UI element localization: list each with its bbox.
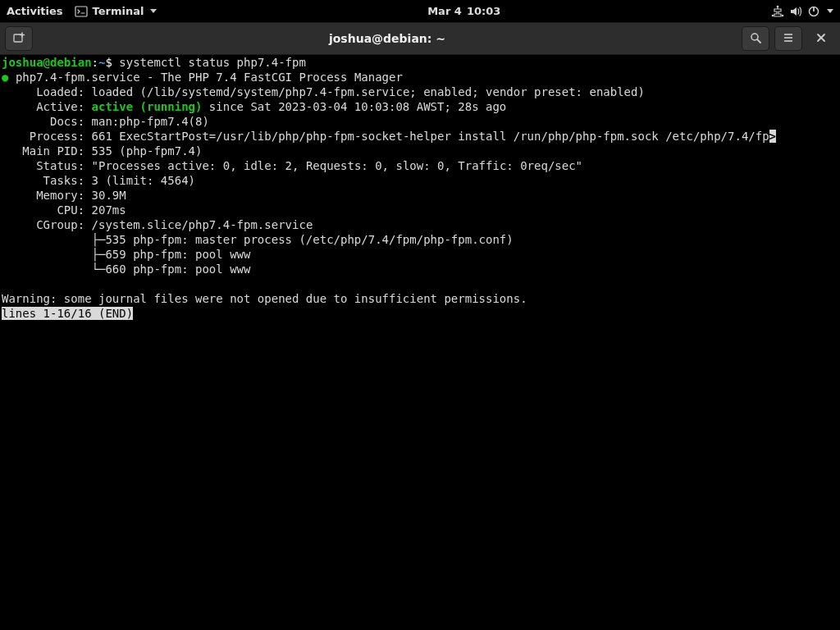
active-key: Active: [2, 100, 92, 113]
system-menu[interactable] [771, 5, 833, 18]
loaded-key: Loaded: [2, 85, 84, 98]
clock-time: 10:03 [467, 5, 500, 17]
hamburger-icon [782, 31, 795, 47]
cpu-key: CPU: [2, 203, 84, 217]
svg-point-1 [772, 14, 774, 16]
activities-button[interactable]: Activities [7, 5, 63, 17]
cgroup-value: /system.slice/php7.4-fpm.service [84, 218, 313, 231]
svg-point-3 [777, 5, 779, 7]
cgroup-tree-line: └─660 php-fpm: pool www [2, 262, 250, 276]
new-tab-button[interactable] [5, 26, 33, 51]
active-since: since Sat 2023-03-04 10:03:08 AWST; 28s … [202, 100, 506, 113]
command-text: systemctl status php7.4-fpm [119, 56, 306, 69]
app-menu[interactable]: Terminal [75, 5, 158, 18]
hamburger-menu-button[interactable] [774, 26, 802, 51]
svg-point-2 [782, 14, 784, 16]
status-dot-icon: ● [2, 71, 8, 84]
chevron-down-icon [150, 9, 157, 13]
process-key: Process: [2, 130, 84, 143]
prompt-sep: : [92, 56, 98, 69]
journal-warning: Warning: some journal files were not ope… [2, 292, 527, 305]
svg-rect-0 [75, 7, 87, 16]
network-icon [771, 5, 784, 18]
process-value: 661 ExecStartPost=/usr/lib/php/php-fpm-s… [84, 130, 769, 143]
loaded-value: loaded (/lib/systemd/system/php7.4-fpm.s… [84, 85, 645, 98]
tasks-key: Tasks: [2, 174, 84, 187]
memory-key: Memory: [2, 189, 84, 202]
cgroup-tree-line: ├─659 php-fpm: pool www [2, 248, 250, 261]
clock-button[interactable]: Mar 4 10:03 [427, 5, 500, 17]
volume-icon [789, 5, 802, 18]
active-state: active (running) [92, 100, 203, 113]
new-tab-icon [12, 31, 25, 47]
search-icon [749, 31, 762, 47]
close-icon [815, 32, 827, 46]
mainpid-key: Main PID: [2, 144, 84, 158]
line-truncation-marker: > [769, 130, 776, 143]
search-button[interactable] [742, 26, 769, 51]
cpu-value: 207ms [84, 203, 126, 217]
docs-key: Docs: [2, 115, 84, 128]
svg-line-8 [757, 39, 760, 43]
svg-rect-6 [14, 34, 22, 42]
status-value: "Processes active: 0, idle: 2, Requests:… [84, 159, 582, 172]
cgroup-tree-line: ├─535 php-fpm: master process (/etc/php/… [2, 233, 514, 246]
activities-label: Activities [7, 5, 63, 17]
terminal-icon [75, 5, 88, 18]
prompt-userhost: joshua@debian [2, 56, 92, 69]
chevron-down-icon [827, 9, 833, 13]
terminal-viewport[interactable]: joshua@debian:~$ systemctl status php7.4… [0, 55, 840, 630]
power-icon [807, 5, 820, 18]
docs-value: man:php-fpm7.4(8) [84, 115, 209, 128]
prompt-dollar: $ [105, 56, 112, 69]
gnome-top-bar: Activities Terminal Mar 4 10:03 [0, 0, 840, 22]
window-close-button[interactable] [807, 26, 835, 51]
tasks-value: 3 (limit: 4564) [84, 174, 195, 187]
svc-description: The PHP 7.4 FastCGI Process Manager [161, 71, 403, 84]
memory-value: 30.9M [84, 189, 126, 202]
window-header-bar: joshua@debian: ~ [0, 22, 840, 55]
mainpid-value: 535 (php-fpm7.4) [84, 144, 202, 158]
cgroup-key: CGroup: [2, 218, 84, 231]
svc-unit-name: php7.4-fpm.service [16, 71, 140, 84]
status-key: Status: [2, 159, 84, 172]
pager-status: lines 1-16/16 (END) [2, 307, 133, 320]
clock-date: Mar 4 [427, 5, 462, 17]
window-title: joshua@debian: ~ [33, 32, 742, 45]
app-menu-label: Terminal [93, 5, 144, 17]
svc-dash: - [140, 71, 161, 84]
